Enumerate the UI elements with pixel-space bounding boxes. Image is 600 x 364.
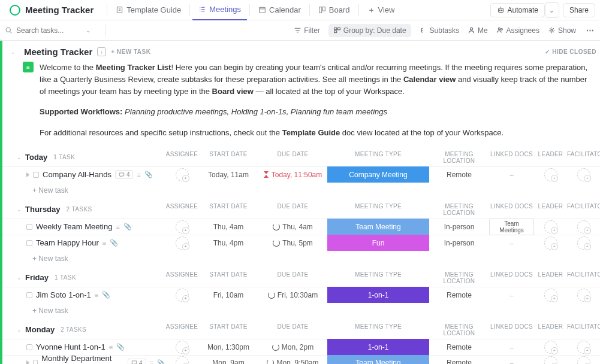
chevron-down-icon[interactable]: ⌄ <box>86 27 91 34</box>
subtasks-button[interactable]: Subtasks <box>420 26 459 35</box>
status-box[interactable] <box>33 360 38 364</box>
status-box[interactable] <box>33 172 39 178</box>
chevron-down-icon[interactable]: ⌄ <box>17 327 22 333</box>
meeting-location[interactable]: Remote <box>429 171 489 179</box>
more-menu-button[interactable]: ⋯ <box>584 26 595 35</box>
due-date[interactable]: Fri, 10:30am <box>258 291 327 299</box>
filter-button[interactable]: Filter <box>294 26 320 35</box>
task-row[interactable]: Company All-Hands 4 ≡ 📎 Today, 11am Toda… <box>2 166 600 183</box>
assignee-placeholder[interactable] <box>176 168 189 181</box>
task-name[interactable]: Jim Soto 1-on-1 <box>36 290 91 299</box>
assignee-placeholder[interactable] <box>176 356 189 364</box>
tab-template-guide[interactable]: Template Guide <box>110 0 187 20</box>
task-name[interactable]: Company All-Hands <box>43 170 111 179</box>
meeting-type-badge[interactable]: 1-on-1 <box>327 287 429 303</box>
meeting-location[interactable]: Remote <box>429 291 489 299</box>
task-name[interactable]: Monthly Department All-Hands <box>41 354 124 364</box>
task-row[interactable]: Jim Soto 1-on-1 ≡ 📎 Fri, 10am Fri, 10:30… <box>2 287 600 303</box>
meeting-location[interactable]: In-person <box>429 223 489 231</box>
meeting-type-badge[interactable]: Team Meeting <box>327 219 429 235</box>
collapse-icon[interactable]: ⌄ <box>11 49 16 55</box>
search-input-wrap[interactable]: ⌄ <box>5 26 95 35</box>
start-date[interactable]: Thu, 4pm <box>198 239 258 247</box>
me-button[interactable]: Me <box>468 26 488 35</box>
due-date[interactable]: Today, 11:50am <box>258 171 327 179</box>
expand-icon[interactable] <box>26 172 29 177</box>
attachment-icon[interactable]: 📎 <box>123 223 132 230</box>
linked-docs[interactable]: – <box>489 171 534 178</box>
start-date[interactable]: Fri, 10am <box>198 291 258 299</box>
group-header[interactable]: ⌄ Today 1 TASK ASSIGNEE START DATE DUE D… <box>2 147 600 166</box>
description-icon[interactable]: ≡ <box>102 239 106 247</box>
task-row[interactable]: Monthly Department All-Hands 4 ≡ 📎 Mon, … <box>2 355 600 364</box>
group-header[interactable]: ⌄ Friday 1 TASK ASSIGNEE START DATE DUE … <box>2 268 600 287</box>
groupby-button[interactable]: Group by: Due date <box>328 24 411 37</box>
assignee-placeholder[interactable] <box>176 289 189 302</box>
automate-button[interactable]: Automate <box>490 3 545 17</box>
assignee-placeholder[interactable] <box>577 341 590 354</box>
group-header[interactable]: ⌄ Thursday 2 TASKS ASSIGNEE START DATE D… <box>2 199 600 219</box>
attachment-icon[interactable]: 📎 <box>157 359 165 364</box>
attachment-icon[interactable]: 📎 <box>102 291 110 299</box>
hide-closed-button[interactable]: ✓HIDE CLOSED <box>545 48 596 55</box>
description-icon[interactable]: ≡ <box>109 344 113 351</box>
start-date[interactable]: Thu, 4am <box>198 223 258 231</box>
meeting-location[interactable]: Remote <box>429 343 489 351</box>
meeting-location[interactable]: Remote <box>429 359 489 364</box>
assignee-placeholder[interactable] <box>176 220 189 233</box>
assignee-placeholder[interactable] <box>577 289 590 302</box>
assignee-placeholder[interactable] <box>176 341 189 354</box>
show-button[interactable]: Show <box>548 26 576 35</box>
meeting-type-badge[interactable]: Team Meeting <box>327 355 429 364</box>
linked-docs[interactable]: – <box>489 239 534 247</box>
tab-meetings[interactable]: Meetings <box>192 0 247 20</box>
new-task-button[interactable]: + NEW TASK <box>111 48 150 55</box>
new-task-button[interactable]: + New task <box>2 251 600 268</box>
assignees-button[interactable]: Assignees <box>496 26 539 35</box>
task-row[interactable]: Team Happy Hour ≡ 📎 Thu, 4pm Thu, 5pm Fu… <box>2 235 600 251</box>
info-icon[interactable]: i <box>97 47 106 56</box>
search-input[interactable] <box>16 26 82 35</box>
task-name[interactable]: Team Happy Hour <box>36 238 99 247</box>
new-task-button[interactable]: + New task <box>2 183 600 199</box>
expand-icon[interactable] <box>26 360 29 364</box>
description-icon[interactable]: ≡ <box>137 171 140 178</box>
status-box[interactable] <box>26 240 32 246</box>
tab-add-view[interactable]: ＋View <box>361 0 401 20</box>
share-button[interactable]: Share <box>563 3 595 17</box>
meeting-location[interactable]: In-person <box>429 239 489 247</box>
assignee-placeholder[interactable] <box>544 341 557 354</box>
linked-docs[interactable]: Team Meetings <box>489 219 534 235</box>
start-date[interactable]: Mon, 1:30pm <box>198 343 258 351</box>
status-box[interactable] <box>26 224 32 230</box>
assignee-placeholder[interactable] <box>176 236 189 250</box>
list-name[interactable]: Meeting Tracker <box>24 47 92 57</box>
assignee-placeholder[interactable] <box>544 220 557 233</box>
assignee-placeholder[interactable] <box>577 356 590 364</box>
comments-badge[interactable]: 4 <box>115 170 134 179</box>
due-date[interactable]: Mon, 9:50am <box>258 359 327 364</box>
assignee-placeholder[interactable] <box>544 289 557 302</box>
linked-docs[interactable]: – <box>489 292 534 299</box>
chevron-down-icon[interactable]: ⌄ <box>17 207 22 213</box>
description-icon[interactable]: ≡ <box>150 359 153 364</box>
task-name[interactable]: Weekly Team Meeting <box>36 222 112 231</box>
assignee-placeholder[interactable] <box>577 236 590 250</box>
assignee-placeholder[interactable] <box>544 356 557 364</box>
task-name[interactable]: Yvonne Hunt 1-on-1 <box>36 342 105 351</box>
group-header[interactable]: ⌄ Monday 2 TASKS ASSIGNEE START DATE DUE… <box>2 320 600 339</box>
linked-docs[interactable]: – <box>489 359 534 364</box>
assignee-placeholder[interactable] <box>544 236 557 250</box>
status-box[interactable] <box>26 344 32 350</box>
chevron-down-icon[interactable]: ⌄ <box>17 275 22 281</box>
meeting-type-badge[interactable]: Fun <box>327 235 429 251</box>
start-date[interactable]: Mon, 9am <box>198 359 258 364</box>
tab-calendar[interactable]: Calendar <box>252 0 307 20</box>
assignee-placeholder[interactable] <box>577 220 590 233</box>
due-date[interactable]: Mon, 2pm <box>258 343 327 351</box>
tab-board[interactable]: Board <box>312 0 356 20</box>
linked-docs[interactable]: – <box>489 344 534 351</box>
meeting-type-badge[interactable]: 1-on-1 <box>327 339 429 355</box>
automate-menu-button[interactable]: ⌄ <box>545 2 559 18</box>
task-row[interactable]: Yvonne Hunt 1-on-1 ≡ 📎 Mon, 1:30pm Mon, … <box>2 339 600 355</box>
